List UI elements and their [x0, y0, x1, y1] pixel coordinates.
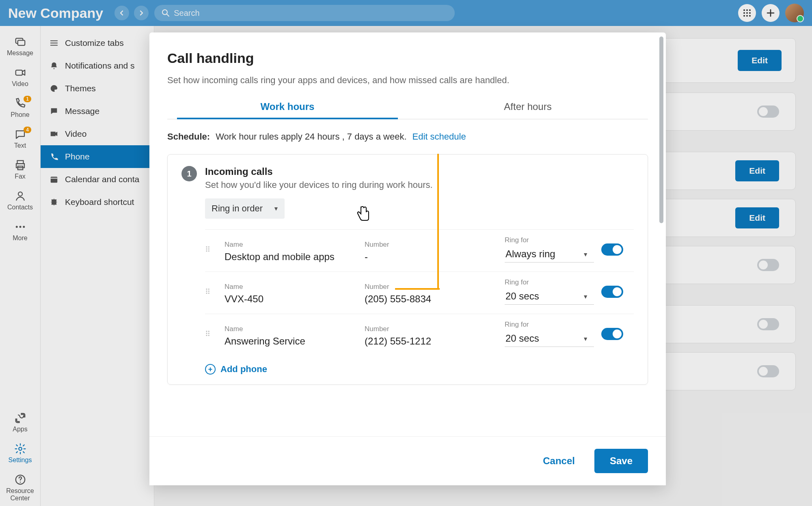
- chevron-right-icon: [138, 10, 145, 16]
- rail-phone[interactable]: 1 Phone: [0, 93, 40, 123]
- new-button[interactable]: [762, 4, 780, 22]
- search-field[interactable]: [154, 5, 455, 21]
- sidebar-message[interactable]: Message: [41, 100, 154, 123]
- cancel-button[interactable]: Cancel: [536, 449, 582, 473]
- svg-rect-11: [17, 40, 25, 45]
- nav-arrows: [114, 6, 149, 20]
- chevron-left-icon: [119, 10, 125, 16]
- toggle-3[interactable]: [757, 318, 779, 330]
- device-toggle[interactable]: [601, 243, 623, 256]
- rail-more[interactable]: More: [0, 217, 40, 246]
- edit-button-1[interactable]: Edit: [738, 50, 782, 71]
- svg-point-5: [746, 12, 748, 14]
- nav-back-button[interactable]: [114, 6, 129, 20]
- edit-schedule-link[interactable]: Edit schedule: [412, 131, 466, 142]
- device-name: Answering Service: [225, 336, 357, 347]
- device-number: (212) 555-1212: [365, 336, 497, 347]
- device-table: ⠿ Name Desktop and mobile apps Number - …: [205, 229, 634, 356]
- toggle-4[interactable]: [757, 365, 779, 377]
- svg-point-8: [746, 15, 748, 17]
- ring-for-select[interactable]: Always ring ▼: [505, 247, 594, 263]
- left-rail: Message Video 1 Phone 4 Text Fax Contact…: [0, 26, 41, 506]
- device-row: ⠿ Name Desktop and mobile apps Number - …: [205, 229, 634, 271]
- step-description: Set how you'd like your devices to ring …: [205, 180, 433, 190]
- nav-forward-button[interactable]: [134, 6, 149, 20]
- drag-handle-icon[interactable]: ⠿: [205, 332, 217, 336]
- modal-subtitle: Set how incoming calls ring your apps an…: [167, 75, 648, 86]
- device-row: ⠿ Name VVX-450 Number (205) 555-8834 Rin…: [205, 271, 634, 314]
- settings-sidebar: Customize tabs Notifications and s Theme…: [41, 26, 154, 506]
- rail-contacts[interactable]: Contacts: [0, 186, 40, 215]
- modal-title: Call handling: [167, 50, 648, 66]
- sidebar-phone[interactable]: Phone: [41, 145, 154, 168]
- message-settings-icon: [50, 107, 58, 116]
- rail-resource-center[interactable]: Resource Center: [0, 469, 40, 506]
- contacts-icon: [14, 190, 26, 202]
- save-button[interactable]: Save: [594, 449, 648, 473]
- dialpad-button[interactable]: [738, 4, 756, 22]
- device-toggle[interactable]: [601, 328, 623, 340]
- svg-point-20: [19, 447, 22, 450]
- device-number: (205) 555-8834: [365, 293, 497, 305]
- device-toggle[interactable]: [601, 286, 623, 298]
- svg-point-22: [19, 482, 21, 483]
- modal-scrollbar[interactable]: [659, 37, 663, 223]
- svg-point-4: [743, 12, 745, 14]
- sidebar-themes[interactable]: Themes: [41, 77, 154, 100]
- rail-apps[interactable]: Apps: [0, 408, 40, 437]
- drag-handle-icon[interactable]: ⠿: [205, 290, 217, 294]
- phone-settings-icon: [50, 152, 58, 161]
- sidebar-keyboard[interactable]: Keyboard shortcut: [41, 191, 154, 213]
- toggle-2[interactable]: [757, 259, 779, 271]
- edit-button-2[interactable]: Edit: [735, 160, 779, 181]
- palette-icon: [50, 84, 58, 93]
- ring-for-select[interactable]: 20 secs ▼: [505, 289, 594, 305]
- plus-icon: [766, 9, 775, 17]
- rail-video[interactable]: Video: [0, 62, 40, 92]
- svg-rect-23: [51, 177, 58, 183]
- modal-footer: Cancel Save: [149, 436, 666, 485]
- schedule-label: Schedule:: [167, 131, 210, 142]
- tab-work-hours[interactable]: Work hours: [167, 95, 408, 119]
- apps-icon: [14, 412, 26, 424]
- user-avatar[interactable]: [785, 4, 804, 22]
- ring-for-select[interactable]: 20 secs ▼: [505, 331, 594, 347]
- device-number: -: [365, 251, 497, 263]
- edit-button-3[interactable]: Edit: [735, 207, 779, 228]
- schedule-row: Schedule: Work hour rules apply 24 hours…: [167, 131, 648, 142]
- sidebar-video[interactable]: Video: [41, 123, 154, 145]
- rail-fax[interactable]: Fax: [0, 155, 40, 184]
- rail-settings[interactable]: Settings: [0, 439, 40, 468]
- svg-point-17: [15, 226, 17, 228]
- cursor-pointer-icon: [354, 204, 372, 227]
- device-name: VVX-450: [225, 293, 357, 305]
- rail-message[interactable]: Message: [0, 32, 40, 61]
- add-phone-button[interactable]: + Add phone: [205, 364, 634, 375]
- sidebar-customize-tabs[interactable]: Customize tabs: [41, 32, 154, 54]
- top-bar: New Company: [0, 0, 812, 26]
- tab-after-hours[interactable]: After hours: [408, 95, 648, 119]
- incoming-calls-card: 1 Incoming calls Set how you'd like your…: [167, 154, 648, 385]
- col-name-header: Name: [225, 241, 357, 249]
- device-row: ⠿ Name Answering Service Number (212) 55…: [205, 314, 634, 356]
- search-input[interactable]: [174, 9, 447, 18]
- toggle-1[interactable]: [757, 106, 779, 118]
- bell-icon: [50, 61, 58, 70]
- svg-point-6: [749, 12, 751, 14]
- modal-tabs: Work hours After hours: [167, 95, 648, 119]
- drag-handle-icon[interactable]: ⠿: [205, 248, 217, 252]
- sidebar-calendar[interactable]: Calendar and conta: [41, 168, 154, 191]
- text-badge: 4: [24, 127, 31, 133]
- ring-mode-select[interactable]: Ring in order ▼: [205, 198, 285, 219]
- rail-text[interactable]: 4 Text: [0, 124, 40, 153]
- fax-icon: [14, 159, 26, 171]
- help-icon: [14, 474, 26, 486]
- svg-point-2: [746, 9, 748, 11]
- col-ringfor-header: Ring for: [505, 236, 594, 244]
- sidebar-notifications[interactable]: Notifications and s: [41, 54, 154, 77]
- svg-point-7: [743, 15, 745, 17]
- svg-point-0: [162, 10, 167, 15]
- sliders-icon: [50, 39, 58, 47]
- plus-circle-icon: +: [205, 364, 216, 375]
- phone-badge: 1: [24, 96, 31, 102]
